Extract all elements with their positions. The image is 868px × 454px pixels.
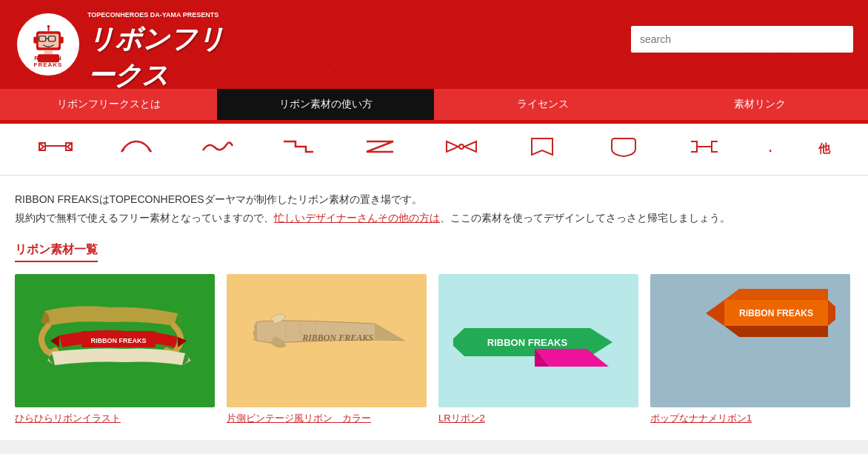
ribbon-card-3[interactable]: RIBBON FREAKS LRリボン2	[438, 274, 638, 425]
other-label[interactable]: 他	[812, 138, 836, 160]
ribbon-illustration-1: RIBBON FREAKS	[30, 285, 200, 396]
description-line2: 規約内で無料で使えるフリー素材となっていますので、忙しいデザイナーさんその他の方…	[15, 209, 853, 227]
nav-item-howto[interactable]: リボン素材の使い方	[217, 89, 434, 120]
ribbon-label-2[interactable]: 片側ビンテージ風リボン カラー	[227, 412, 427, 425]
ribbon-label-1[interactable]: ひらひらリボンイラスト	[15, 412, 215, 425]
ribbon-illustration-4: RiBBON FREAKS	[665, 285, 835, 396]
ribbon-type-5-icon[interactable]	[356, 133, 404, 166]
description-line1: RIBBON FREAKSはTOPECONHEROESダーヤマが制作したリボン素…	[15, 190, 853, 209]
ribbon-card-2[interactable]: RIBBON FREAKS 片側ビンテージ風リボン カラー	[227, 274, 427, 425]
ribbon-illustration-2: RIBBON FREAKS	[241, 285, 412, 396]
search-input[interactable]	[631, 26, 853, 53]
ribbon-type-6-icon[interactable]	[438, 133, 485, 166]
description: RIBBON FREAKSはTOPECONHEROESダーヤマが制作したリボン素…	[15, 190, 853, 227]
logo-area: RIBBON FREAKS TOPECONHEROES DA-YAMA PRES…	[15, 11, 236, 78]
section-title: リボン素材一覧	[15, 242, 98, 262]
description-link[interactable]: 忙しいデザイナーさんその他の方は	[274, 212, 440, 224]
svg-rect-7	[44, 50, 53, 54]
ribbon-type-1-icon[interactable]	[32, 133, 79, 166]
ribbon-type-4-icon[interactable]	[275, 133, 322, 166]
ribbon-label-3[interactable]: LRリボン2	[438, 412, 638, 425]
ribbon-gallery: RIBBON FREAKS ひらひらリボンイラスト	[15, 274, 853, 425]
site-header: RIBBON FREAKS TOPECONHEROES DA-YAMA PRES…	[0, 0, 868, 89]
svg-rect-5	[33, 36, 37, 43]
ribbon-card-1[interactable]: RIBBON FREAKS ひらひらリボンイラスト	[15, 274, 215, 425]
logo-badge: RIBBON FREAKS	[15, 11, 81, 78]
ribbon-label-4[interactable]: ポップなナナメリボン1	[650, 412, 850, 425]
svg-rect-6	[60, 36, 64, 43]
ribbon-illustration-3: RIBBON FREAKS	[453, 285, 624, 396]
ribbon-icons-bar: · 他	[0, 124, 868, 176]
ribbon-type-9-icon[interactable]	[681, 133, 728, 166]
logo-subtitle: RIBBON FREAKS	[21, 55, 76, 68]
svg-text:RIBBON FREAKS: RIBBON FREAKS	[487, 337, 568, 348]
nav-item-links[interactable]: 素材リンク	[651, 89, 868, 120]
ribbon-thumb-3: RIBBON FREAKS	[438, 274, 638, 407]
ribbon-type-2-icon[interactable]	[113, 133, 160, 166]
svg-text:RIBBON FREAKS: RIBBON FREAKS	[301, 333, 373, 343]
ribbon-type-3-icon[interactable]	[194, 133, 241, 166]
site-label: TOPECONHEROES DA-YAMA PRESENTS	[87, 11, 218, 19]
svg-point-10	[47, 24, 50, 27]
dot-separator: ·	[762, 136, 779, 163]
ribbon-thumb-1: RIBBON FREAKS	[15, 274, 215, 407]
svg-text:RiBBON FREAKS: RiBBON FREAKS	[739, 308, 813, 318]
ribbon-type-7-icon[interactable]	[518, 133, 566, 166]
svg-text:RIBBON FREAKS: RIBBON FREAKS	[90, 337, 146, 344]
ribbon-thumb-2: RIBBON FREAKS	[227, 274, 427, 407]
search-area	[631, 26, 853, 53]
main-content: RIBBON FREAKSはTOPECONHEROESダーヤマが制作したリボン素…	[0, 176, 868, 440]
ribbon-card-4[interactable]: RiBBON FREAKS ポップなナナメリボン1	[650, 274, 850, 425]
ribbon-thumb-4: RiBBON FREAKS	[650, 274, 850, 407]
logo-title: リボンフリークス	[87, 21, 236, 94]
ribbon-type-8-icon[interactable]	[600, 133, 647, 166]
nav-item-license[interactable]: ライセンス	[434, 89, 651, 120]
